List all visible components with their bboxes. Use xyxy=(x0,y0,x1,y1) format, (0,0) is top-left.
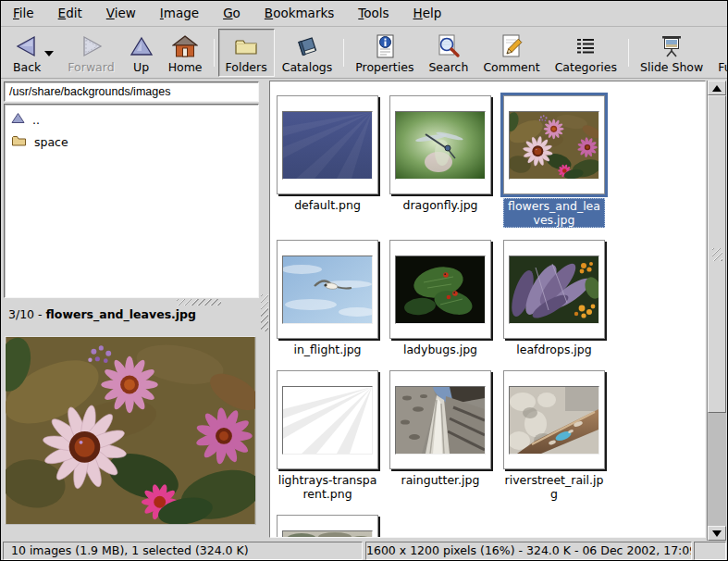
categories-icon xyxy=(574,32,598,60)
catalogs-label: Catalogs xyxy=(282,60,333,74)
scroll-up-button[interactable] xyxy=(708,81,726,95)
location-path-input[interactable] xyxy=(4,81,259,102)
scrollbar-thumb[interactable] xyxy=(708,95,726,413)
search-icon xyxy=(436,32,462,60)
status-image-details: 1600 x 1200 pixels (16%) - 324.0 K - 06 … xyxy=(365,542,692,560)
folder-item-label: .. xyxy=(32,113,40,127)
folder-list: .. space xyxy=(4,104,259,298)
menu-tools[interactable]: Tools xyxy=(346,1,401,26)
thumbnail-default[interactable] xyxy=(277,95,378,194)
menu-file[interactable]: File xyxy=(1,1,46,26)
menu-go[interactable]: Go xyxy=(211,1,253,26)
preview-filename: flowers_and_leaves.jpg xyxy=(46,307,196,321)
scroll-down-arrow-icon xyxy=(712,530,722,537)
thumbnail-leafdrops[interactable] xyxy=(503,240,605,339)
thumbnail-dragonfly[interactable] xyxy=(389,95,491,194)
catalogs-icon xyxy=(294,32,320,60)
folder-item-space[interactable]: space xyxy=(6,131,256,153)
vertical-splitter[interactable] xyxy=(260,81,269,538)
categories-label: Categories xyxy=(555,60,617,74)
status-bar: 10 images (1.9 MB), 1 selected (324.0 K)… xyxy=(1,541,727,561)
back-history-dropdown-icon[interactable] xyxy=(44,51,54,56)
thumbnail-label[interactable]: dragonfly.jpg xyxy=(389,198,491,212)
up-icon xyxy=(130,32,154,60)
thumbnail-label[interactable]: in_flight.jpg xyxy=(277,343,378,356)
menu-edit[interactable]: Edit xyxy=(46,1,94,26)
thumbnail-pane: default.png dragonfly.jpg flowers_and_le… xyxy=(269,81,706,538)
catalogs-button[interactable]: Catalogs xyxy=(275,29,340,77)
search-label: Search xyxy=(428,60,468,74)
home-label: Home xyxy=(168,60,203,74)
thumbnail-image-dragonfly xyxy=(395,111,486,180)
slideshow-icon xyxy=(659,32,685,60)
thumbnail-raingutter[interactable] xyxy=(389,370,491,469)
thumbnail-image-leafdrops xyxy=(509,256,599,324)
toolbar: Back Forward Up Home Folders xyxy=(1,27,727,79)
folder-item-label: space xyxy=(34,135,68,149)
folders-button[interactable]: Folders xyxy=(218,29,275,77)
properties-button[interactable]: Properties xyxy=(348,29,421,77)
toolbar-separator xyxy=(343,39,344,67)
forward-icon xyxy=(79,32,105,60)
scrollbar-grip xyxy=(712,248,722,261)
forward-label: Forward xyxy=(68,60,114,74)
folders-icon xyxy=(233,32,259,60)
slideshow-button[interactable]: Slide Show xyxy=(633,29,710,77)
thumbnail-label[interactable]: leafdrops.jpg xyxy=(503,343,605,356)
home-button[interactable]: Home xyxy=(161,29,210,77)
back-label: Back xyxy=(13,60,41,74)
preview-separator: - xyxy=(34,307,45,321)
thumbnail-image-raingutter xyxy=(395,386,486,455)
comment-label: Comment xyxy=(483,60,539,74)
fullscreen-label: Full Screen xyxy=(718,60,728,74)
horizontal-splitter-handle[interactable] xyxy=(177,299,221,305)
scroll-down-button[interactable] xyxy=(708,526,726,541)
preview-position: 3/10 xyxy=(8,307,34,321)
menu-image[interactable]: Image xyxy=(148,1,211,26)
thumbnail-label[interactable]: ladybugs.jpg xyxy=(389,343,491,356)
thumbnail-partial[interactable] xyxy=(277,515,378,538)
thumbnail-image-partial xyxy=(282,530,373,538)
thumbnail-image-flowers-and-leaves xyxy=(509,111,599,180)
thumbnail-label[interactable]: default.png xyxy=(277,198,378,212)
thumbnail-in-flight[interactable] xyxy=(277,240,378,339)
preview-status: 3/10 - flowers_and_leaves.jpg xyxy=(8,307,254,324)
folder-icon xyxy=(11,134,27,150)
thumbnail-lightrays[interactable] xyxy=(277,370,378,469)
menu-bar: File Edit View Image Go Bookmarks Tools … xyxy=(1,1,727,27)
thumbnail-image-ladybugs xyxy=(395,256,486,324)
thumbnail-label[interactable]: raingutter.jpg xyxy=(389,473,491,487)
toolbar-separator xyxy=(628,39,629,67)
fullscreen-button[interactable]: Full Screen xyxy=(710,29,728,77)
menu-help[interactable]: Help xyxy=(401,1,454,26)
categories-button[interactable]: Categories xyxy=(548,29,624,77)
thumbnail-label[interactable]: riverstreet_rail.jpg xyxy=(503,473,605,501)
status-empty-box xyxy=(694,542,726,560)
folder-item-parent[interactable]: .. xyxy=(6,108,256,131)
thumbnail-label-selected[interactable]: flowers_and_leaves.jpg xyxy=(503,198,605,228)
folders-label: Folders xyxy=(226,60,267,74)
menu-bookmarks[interactable]: Bookmarks xyxy=(253,1,346,26)
gthumb-window: File Edit View Image Go Bookmarks Tools … xyxy=(0,0,728,561)
vertical-splitter-handle[interactable] xyxy=(261,294,268,331)
comment-button[interactable]: Comment xyxy=(475,29,547,77)
up-label: Up xyxy=(133,60,149,74)
thumbnail-label[interactable]: lightrays-transparent.png xyxy=(277,473,378,501)
parent-directory-icon xyxy=(11,112,25,127)
forward-button[interactable]: Forward xyxy=(60,29,121,77)
back-icon xyxy=(14,32,40,60)
preview-image xyxy=(5,336,256,525)
properties-icon xyxy=(373,32,397,60)
thumbnail-image-default xyxy=(282,111,373,180)
menu-view[interactable]: View xyxy=(94,1,148,26)
thumbnail-riverstreet-rail[interactable] xyxy=(503,370,605,469)
thumbnail-image-lightrays xyxy=(282,386,373,455)
home-icon xyxy=(172,32,198,60)
thumbnail-scrollbar[interactable] xyxy=(707,81,726,541)
search-button[interactable]: Search xyxy=(421,29,475,77)
thumbnail-flowers-and-leaves[interactable] xyxy=(503,95,605,194)
properties-label: Properties xyxy=(355,60,413,74)
back-button[interactable]: Back xyxy=(6,29,60,77)
thumbnail-ladybugs[interactable] xyxy=(389,240,491,339)
up-button[interactable]: Up xyxy=(122,29,161,77)
